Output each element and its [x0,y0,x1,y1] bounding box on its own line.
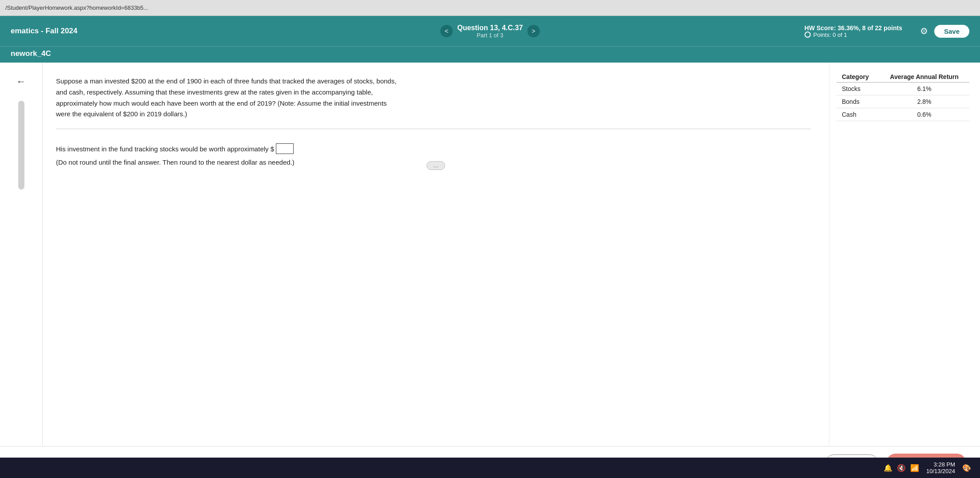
question-body-text: Suppose a man invested $200 at the end o… [56,76,402,120]
taskbar-time: 3:28 PM 10/13/2024 [926,461,955,474]
points-text: Points: 0 of 1 [805,32,902,38]
question-subtitle: Part 1 of 3 [457,32,523,39]
return-cell: 2.8% [879,95,969,108]
taskbar: 🔔 🔇 📶 3:28 PM 10/13/2024 🎨 [0,458,980,478]
homework-bar: nework_4C [0,46,980,63]
settings-button[interactable]: ⚙ [920,26,928,36]
left-sidebar: ← [0,63,43,446]
url-bar: /Student/PlayerHomework.aspx?homeworkId=… [5,4,148,11]
save-button[interactable]: Save [934,25,969,38]
scroll-indicator [18,101,24,190]
top-header: ematics - Fall 2024 < Question 13, 4.C.3… [0,16,980,46]
network-icon: 📶 [910,464,919,472]
hw-score-block: HW Score: 36.36%, 8 of 22 points Points:… [805,24,902,38]
return-cell: 0.6% [879,108,969,121]
divider [56,129,811,129]
homework-name: nework_4C [11,49,51,58]
color-icon: 🎨 [962,464,971,472]
category-cell: Bonds [837,95,879,108]
table-row: Cash 0.6% [837,108,969,121]
category-cell: Cash [837,108,879,121]
question-content: Suppose a man invested $200 at the end o… [43,63,829,446]
hw-score-text: HW Score: 36.36%, 8 of 22 points [805,24,902,32]
taskbar-icons: 🔔 🔇 📶 [884,464,919,472]
table-row: Bonds 2.8% [837,95,969,108]
right-table-area: Category Average Annual Return Stocks 6.… [829,63,980,446]
category-cell: Stocks [837,83,879,95]
question-title: Question 13, 4.C.37 [457,24,523,32]
content-area: ← Suppose a man invested $200 at the end… [0,63,980,446]
table-row: Stocks 6.1% [837,83,969,95]
expand-dots-button[interactable]: … [426,161,445,170]
next-question-button[interactable]: > [527,25,540,37]
answer-prefix-text: His investment in the fund tracking stoc… [56,145,274,153]
question-nav: < Question 13, 4.C.37 Part 1 of 3 > [440,24,540,39]
header-right-buttons: ⚙ Save [920,25,969,38]
question-title-block: Question 13, 4.C.37 Part 1 of 3 [457,24,523,39]
return-cell: 6.1% [879,83,969,95]
volume-icon: 🔇 [897,464,906,472]
answer-input[interactable] [276,143,294,154]
col2-header: Average Annual Return [879,71,969,83]
answer-line: His investment in the fund tracking stoc… [56,143,811,154]
prev-question-button[interactable]: < [440,25,453,37]
date-text: 10/13/2024 [926,468,955,474]
data-table: Category Average Annual Return Stocks 6.… [837,71,969,121]
col1-header: Category [837,71,879,83]
notification-icon: 🔔 [884,464,892,472]
time-text: 3:28 PM [926,461,955,468]
points-circle-icon [805,32,811,38]
back-arrow-button[interactable]: ← [16,76,26,87]
course-title: ematics - Fall 2024 [11,27,77,36]
